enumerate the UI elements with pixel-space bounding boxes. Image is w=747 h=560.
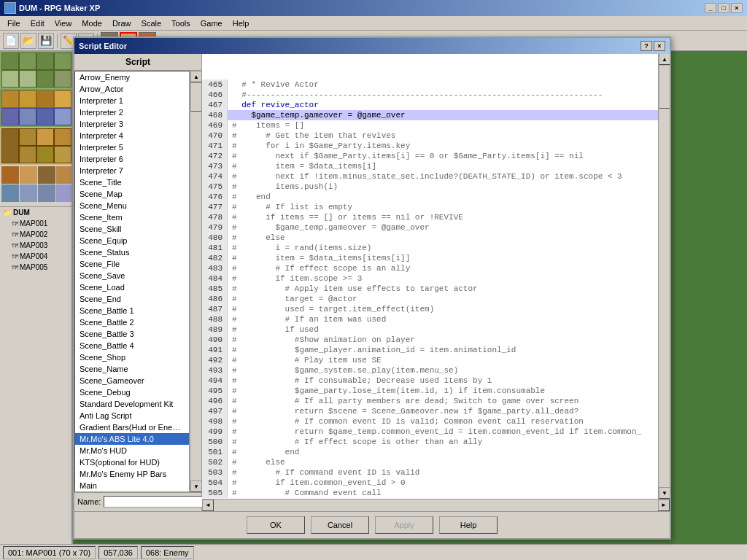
tile-cell[interactable] (20, 166, 37, 184)
script-list-item[interactable]: Interpreter 2 (75, 106, 189, 118)
tree-map001[interactable]: 🗺 MAP001 (0, 218, 71, 229)
tile-cell[interactable] (36, 52, 54, 70)
tile-cell[interactable] (19, 128, 36, 146)
tile-cell[interactable] (19, 52, 36, 70)
script-list-item[interactable]: Scene_Load (75, 281, 189, 293)
tile-cell-tall[interactable] (1, 128, 19, 163)
script-list-item[interactable]: Scene_Menu (75, 200, 189, 211)
script-list-item[interactable]: Scene_Save (75, 270, 189, 281)
tile-cell[interactable] (36, 90, 54, 108)
tree-map005[interactable]: 🗺 MAP005 (0, 262, 71, 273)
cancel-button[interactable]: Cancel (311, 516, 369, 534)
script-list-item[interactable]: Scene_End (75, 293, 189, 305)
script-list-item[interactable]: Scene_Battle 4 (75, 340, 189, 351)
script-list-item[interactable]: Standard Development Kit (75, 398, 189, 410)
maximize-btn[interactable]: □ (718, 3, 729, 13)
code-scrollbar[interactable]: ▲ ▼ (658, 54, 670, 499)
menu-file[interactable]: File (3, 18, 25, 29)
code-hscrollbar[interactable]: ◄ ► (202, 499, 670, 510)
open-btn[interactable]: 📂 (20, 33, 36, 49)
hscroll-left[interactable]: ◄ (202, 499, 214, 511)
code-scroll-down[interactable]: ▼ (659, 487, 670, 499)
tile-cell[interactable] (56, 184, 71, 202)
code-editor[interactable]: 465 # * Revive Actor466 #---------------… (202, 54, 658, 499)
script-list-item[interactable]: Scene_Battle 1 (75, 305, 189, 316)
script-list-item[interactable]: Mr.Mo's ABS Lite 4.0 (75, 433, 189, 445)
script-editor-close-btn[interactable]: × (654, 41, 665, 51)
tile-cell[interactable] (54, 70, 71, 88)
tile-cell[interactable] (36, 70, 54, 88)
code-scroll-track[interactable] (659, 65, 670, 487)
script-list-item[interactable]: Scene_Skill (75, 223, 189, 235)
tile-cell[interactable] (36, 128, 54, 146)
tile-cell[interactable] (19, 146, 36, 163)
tile-cell[interactable] (19, 108, 36, 125)
script-list-item[interactable]: Scene_Equip (75, 235, 189, 246)
tile-cell[interactable] (54, 90, 71, 108)
tile-cell[interactable] (1, 52, 19, 70)
script-list-item[interactable]: Interpreter 4 (75, 130, 189, 141)
script-list-item[interactable]: Scene_Name (75, 363, 189, 375)
tile-cell[interactable] (1, 108, 19, 125)
code-scroll-thumb[interactable] (659, 65, 670, 109)
script-list-item[interactable]: Interpreter 1 (75, 95, 189, 106)
script-list-item[interactable]: Arrow_Enemy (75, 71, 189, 83)
tile-cell[interactable] (19, 70, 36, 88)
script-list-item[interactable]: Mr.Mo's Enemy HP Bars (75, 468, 189, 480)
menu-game[interactable]: Game (196, 18, 227, 29)
menu-help[interactable]: Help (228, 18, 254, 29)
script-list-item[interactable]: Anti Lag Script (75, 410, 189, 421)
script-list-item[interactable]: Scene_Gameover (75, 375, 189, 386)
script-list-item[interactable]: Interpreter 3 (75, 118, 189, 130)
scroll-down-btn[interactable]: ▼ (190, 481, 201, 492)
tile-cell[interactable] (36, 108, 54, 125)
menu-scale[interactable]: Scale (137, 18, 166, 29)
tile-cell[interactable] (20, 184, 37, 202)
tile-cell[interactable] (1, 70, 19, 88)
apply-button[interactable]: Apply (375, 516, 433, 534)
folder-dum[interactable]: 📁 DUM (0, 207, 71, 218)
script-name-input[interactable] (104, 496, 210, 508)
script-list-item[interactable]: Main (75, 480, 189, 491)
script-list-item[interactable]: Scene_Shop (75, 351, 189, 363)
tile-cell[interactable] (19, 90, 36, 108)
new-btn[interactable]: 📄 (3, 33, 19, 49)
menu-view[interactable]: View (50, 18, 77, 29)
script-list-item[interactable]: Scene_File (75, 258, 189, 270)
menu-draw[interactable]: Draw (108, 18, 136, 29)
script-list-item[interactable]: Arrow_Actor (75, 83, 189, 95)
help-button[interactable]: Help (439, 516, 498, 534)
script-list-item[interactable]: Interpreter 5 (75, 141, 189, 153)
tile-cell[interactable] (56, 166, 71, 184)
tile-cell[interactable] (38, 184, 55, 202)
tree-map002[interactable]: 🗺 MAP002 (0, 229, 71, 240)
close-btn[interactable]: × (731, 3, 743, 13)
script-list-item[interactable]: Gradient Bars(Hud or Enemy H (75, 421, 189, 433)
script-editor-help-btn[interactable]: ? (640, 41, 652, 51)
tile-cell[interactable] (36, 146, 54, 163)
code-scroll-up[interactable]: ▲ (659, 54, 670, 65)
script-list-item[interactable]: Scene_Debug (75, 386, 189, 398)
scrollbar-thumb[interactable] (190, 82, 201, 112)
script-list-item[interactable]: KTS(optional for HUD) (75, 456, 189, 468)
script-list-item[interactable]: Mr.Mo's HUD (75, 445, 189, 456)
script-list-item[interactable]: Interpreter 7 (75, 165, 189, 176)
tile-cell[interactable] (1, 166, 19, 184)
menu-tools[interactable]: Tools (167, 18, 195, 29)
script-list-item[interactable]: Scene_Battle 2 (75, 316, 189, 328)
script-list[interactable]: Window_MessageWindow_PartyCommandWindow_… (74, 71, 190, 492)
script-list-item[interactable]: Scene_Title (75, 176, 189, 188)
menu-mode[interactable]: Mode (77, 18, 107, 29)
tile-cell[interactable] (54, 52, 71, 70)
script-list-scrollbar[interactable]: ▲ ▼ (190, 71, 201, 492)
tile-cell[interactable] (54, 128, 71, 146)
scrollbar-track[interactable] (190, 82, 201, 481)
script-list-item[interactable]: Scene_Status (75, 246, 189, 258)
scroll-up-btn[interactable]: ▲ (190, 71, 201, 82)
tile-cell[interactable] (54, 108, 71, 125)
script-list-item[interactable]: Scene_Item (75, 211, 189, 223)
script-list-item[interactable]: Scene_Map (75, 188, 189, 200)
minimize-btn[interactable]: _ (705, 3, 716, 13)
tile-cell[interactable] (1, 90, 19, 108)
script-list-item[interactable]: Scene_Battle 3 (75, 328, 189, 340)
